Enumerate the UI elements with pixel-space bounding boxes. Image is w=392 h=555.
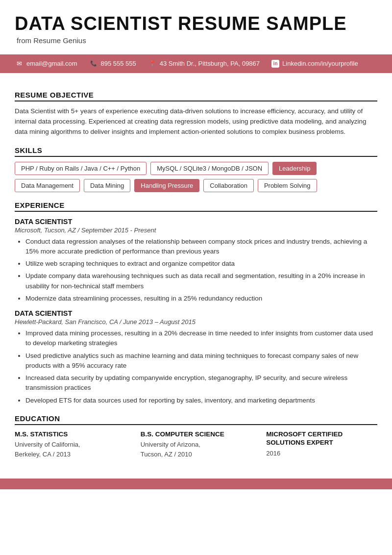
- education-title: EDUCATION: [15, 414, 377, 425]
- address-text: 43 Smith Dr., Pittsburgh, PA, 09867: [160, 60, 260, 67]
- main-content: RESUME OBJECTIVE Data Scientist with 5+ …: [0, 73, 392, 469]
- contact-address: 43 Smith Dr., Pittsburgh, PA, 09867: [148, 59, 260, 68]
- job-bullet: Modernize data streamlining processes, r…: [25, 294, 377, 303]
- job-title: DATA SCIENTIST: [15, 218, 377, 226]
- job-entry: DATA SCIENTISTHewlett-Packard, San Franc…: [15, 309, 377, 405]
- edu-detail: 2016: [266, 449, 377, 458]
- job-bullet: Used predictive analytics such as machin…: [25, 351, 377, 371]
- contact-linkedin: in Linkedin.com/in/yourprofile: [271, 60, 358, 68]
- skill-badge: Data Mining: [84, 179, 130, 192]
- phone-icon: [89, 59, 98, 68]
- linkedin-text: Linkedin.com/in/yourprofile: [282, 60, 358, 67]
- experience-title: EXPERIENCE: [15, 201, 377, 212]
- job-meta: Microsoft, Tucson, AZ / September 2015 -…: [15, 227, 377, 234]
- skill-badge: Problem Solving: [258, 179, 317, 192]
- job-meta: Hewlett-Packard, San Francisco, CA / Jun…: [15, 318, 377, 326]
- job-bullet: Utilize web scraping techniques to extra…: [25, 259, 377, 269]
- job-title: DATA SCIENTIST: [15, 309, 377, 317]
- contact-bar: email@gmail.com 895 555 555 43 Smith Dr.…: [0, 54, 392, 73]
- job-bullet: Update company data warehousing techniqu…: [25, 271, 377, 291]
- edu-degree: M.S. STATISTICS: [15, 430, 126, 439]
- skills-title: SKILLS: [15, 146, 377, 157]
- phone-text: 895 555 555: [101, 60, 136, 67]
- job-bullet: Conduct data regression analyses of the …: [25, 237, 377, 257]
- skills-section: SKILLS PHP / Ruby on Rails / Java / C++ …: [15, 146, 377, 192]
- edu-detail: University of California,Berkeley, CA / …: [15, 440, 126, 459]
- edu-item: B.S. COMPUTER SCIENCEUniversity of Arizo…: [141, 430, 252, 459]
- skill-badge: Collaboration: [203, 179, 254, 192]
- skill-badge: Data Management: [15, 179, 80, 192]
- objective-section: RESUME OBJECTIVE Data Scientist with 5+ …: [15, 91, 377, 137]
- experience-container: DATA SCIENTISTMicrosoft, Tucson, AZ / Se…: [15, 218, 377, 405]
- job-bullets: Improved data mining processes, resultin…: [15, 328, 377, 405]
- objective-text: Data Scientist with 5+ years of experien…: [15, 106, 377, 137]
- email-text: email@gmail.com: [26, 60, 77, 67]
- subtitle: from Resume Genius: [17, 36, 377, 45]
- skills-container: PHP / Ruby on Rails / Java / C++ / Pytho…: [15, 162, 377, 192]
- edu-degree: MICROSOFT CERTIFIED SOLUTIONS EXPERT: [266, 430, 377, 447]
- job-bullet: Increased data security by updating comp…: [25, 373, 377, 393]
- education-section: EDUCATION M.S. STATISTICSUniversity of C…: [15, 414, 377, 459]
- job-bullet: Developed ETS for data sources used for …: [25, 396, 377, 405]
- experience-section: EXPERIENCE DATA SCIENTISTMicrosoft, Tucs…: [15, 201, 377, 405]
- edu-detail: University of Arizona,Tucson, AZ / 2010: [141, 440, 252, 459]
- location-icon: [148, 59, 157, 68]
- skill-badge: Handling Pressure: [134, 179, 199, 192]
- skill-badge: PHP / Ruby on Rails / Java / C++ / Pytho…: [15, 162, 147, 175]
- edu-degree: B.S. COMPUTER SCIENCE: [141, 430, 252, 439]
- skill-badge: Leadership: [272, 162, 317, 175]
- job-bullet: Improved data mining processes, resultin…: [25, 328, 377, 349]
- education-grid: M.S. STATISTICSUniversity of California,…: [15, 430, 377, 459]
- contact-email: email@gmail.com: [15, 59, 77, 68]
- objective-title: RESUME OBJECTIVE: [15, 91, 377, 101]
- job-entry: DATA SCIENTISTMicrosoft, Tucson, AZ / Se…: [15, 218, 377, 304]
- edu-item: M.S. STATISTICSUniversity of California,…: [15, 430, 126, 459]
- main-title: DATA SCIENTIST RESUME SAMPLE: [15, 14, 377, 34]
- job-bullets: Conduct data regression analyses of the …: [15, 237, 377, 304]
- linkedin-icon: in: [271, 60, 279, 68]
- email-icon: [15, 59, 24, 68]
- edu-item: MICROSOFT CERTIFIED SOLUTIONS EXPERT2016: [266, 430, 377, 459]
- page-header: DATA SCIENTIST RESUME SAMPLE from Resume…: [0, 0, 392, 50]
- footer-bar: [0, 479, 392, 489]
- contact-phone: 895 555 555: [89, 59, 136, 68]
- skill-badge: MySQL / SQLite3 / MongoDB / JSON: [150, 162, 269, 175]
